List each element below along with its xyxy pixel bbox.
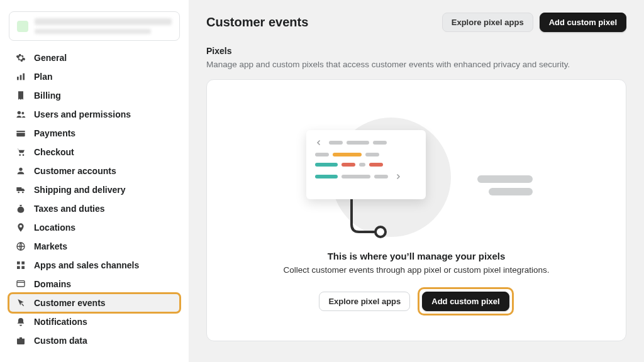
settings-sidebar: GeneralPlanBillingUsers and permissionsP… — [0, 0, 189, 362]
globe-icon — [15, 241, 26, 252]
sidebar-item-label: Notifications — [34, 317, 87, 327]
sidebar-item-label: Domains — [34, 279, 71, 289]
svg-point-7 — [19, 168, 22, 171]
sidebar-item-label: General — [34, 53, 67, 63]
svg-rect-12 — [21, 261, 25, 265]
connector-graphic — [349, 199, 387, 240]
svg-point-8 — [18, 192, 19, 194]
sidebar-item-plan[interactable]: Plan — [9, 67, 180, 86]
sidebar-item-label: Markets — [34, 241, 67, 251]
bell-icon — [15, 316, 26, 327]
svg-point-4 — [21, 112, 24, 114]
svg-point-9 — [22, 192, 24, 194]
sidebar-item-custom-data[interactable]: Custom data — [9, 331, 180, 350]
sidebar-item-checkout[interactable]: Checkout — [9, 143, 180, 162]
main-content: Customer events Explore pixel apps Add c… — [189, 0, 644, 362]
explore-pixel-apps-button-empty[interactable]: Explore pixel apps — [319, 292, 410, 311]
sidebar-item-apps[interactable]: Apps and sales channels — [9, 256, 180, 275]
svg-point-6 — [23, 154, 25, 156]
sidebar-item-taxes[interactable]: Taxes and duties — [9, 199, 180, 218]
header-actions: Explore pixel apps Add custom pixel — [442, 13, 626, 32]
sidebar-item-locations[interactable]: Locations — [9, 218, 180, 237]
sidebar-item-payments[interactable]: Payments — [9, 124, 180, 143]
empty-state-subtitle: Collect customer events through app pixe… — [283, 265, 549, 275]
pin-icon — [15, 222, 26, 233]
chevron-right-icon — [394, 173, 402, 180]
sidebar-item-label: Taxes and duties — [34, 204, 105, 214]
sidebar-item-label: Shipping and delivery — [34, 185, 125, 195]
sidebar-item-label: Checkout — [34, 147, 74, 157]
svg-rect-15 — [17, 281, 25, 287]
svg-rect-14 — [21, 266, 25, 269]
sidebar-item-billing[interactable]: Billing — [9, 86, 180, 105]
gear-icon — [15, 52, 26, 63]
grid-icon — [15, 260, 26, 271]
code-window-graphic — [306, 130, 426, 199]
domain-icon — [15, 278, 26, 290]
truck-icon — [15, 184, 26, 195]
briefcase-icon — [15, 335, 26, 346]
sidebar-item-customer-accounts[interactable]: Customer accounts — [9, 162, 180, 180]
sidebar-item-shipping[interactable]: Shipping and delivery — [9, 180, 180, 199]
pixels-card: This is where you’ll manage your pixels … — [206, 79, 626, 341]
add-custom-pixel-highlight: Add custom pixel — [418, 287, 513, 315]
page-header: Customer events Explore pixel apps Add c… — [206, 13, 626, 32]
sidebar-item-notifications[interactable]: Notifications — [9, 312, 180, 331]
sidebar-item-label: Users and permissions — [34, 109, 131, 119]
chevron-left-icon — [315, 139, 323, 146]
empty-state-actions: Explore pixel apps Add custom pixel — [319, 287, 513, 315]
users-icon — [15, 109, 26, 120]
store-status-dot — [17, 21, 28, 32]
settings-nav: GeneralPlanBillingUsers and permissionsP… — [0, 48, 189, 359]
sidebar-item-users[interactable]: Users and permissions — [9, 105, 180, 124]
section-subtitle: Manage app and custom pixels that access… — [206, 60, 626, 69]
sidebar-item-customer-events[interactable]: Customer events — [9, 293, 180, 312]
sidebar-item-label: Locations — [34, 222, 75, 233]
sidebar-item-label: Custom data — [34, 336, 87, 346]
empty-state-title: This is where you’ll manage your pixels — [328, 251, 506, 261]
sidebar-item-markets[interactable]: Markets — [9, 237, 180, 256]
svg-point-5 — [19, 154, 21, 156]
svg-rect-11 — [17, 261, 20, 265]
svg-rect-0 — [17, 77, 19, 80]
svg-rect-2 — [23, 74, 25, 80]
svg-point-3 — [18, 111, 21, 114]
explore-pixel-apps-button[interactable]: Explore pixel apps — [442, 13, 533, 32]
svg-rect-1 — [20, 75, 22, 80]
section-title: Pixels — [206, 46, 626, 56]
sidebar-item-label: Apps and sales channels — [34, 260, 139, 270]
sidebar-item-label: Billing — [34, 90, 61, 101]
sidebar-item-label: Plan — [34, 72, 53, 82]
page-title: Customer events — [206, 15, 308, 30]
card-icon — [15, 128, 26, 139]
svg-point-16 — [375, 227, 386, 237]
receipt-icon — [15, 90, 26, 101]
sidebar-item-domains[interactable]: Domains — [9, 275, 180, 293]
add-custom-pixel-button-empty[interactable]: Add custom pixel — [422, 292, 509, 311]
moneybag-icon — [15, 203, 26, 214]
store-switcher[interactable] — [9, 11, 180, 41]
svg-rect-13 — [17, 266, 20, 269]
person-icon — [15, 165, 26, 177]
sidebar-item-label: Payments — [34, 128, 75, 138]
sidebar-item-label: Customer events — [34, 298, 106, 308]
empty-state-illustration — [281, 118, 552, 243]
sidebar-item-general[interactable]: General — [9, 48, 180, 67]
cart-icon — [15, 146, 26, 158]
store-name-placeholder — [35, 18, 172, 34]
chart-icon — [15, 71, 26, 82]
sidebar-item-label: Customer accounts — [34, 166, 116, 176]
add-custom-pixel-button[interactable]: Add custom pixel — [540, 13, 626, 32]
cursor-icon — [15, 297, 26, 309]
